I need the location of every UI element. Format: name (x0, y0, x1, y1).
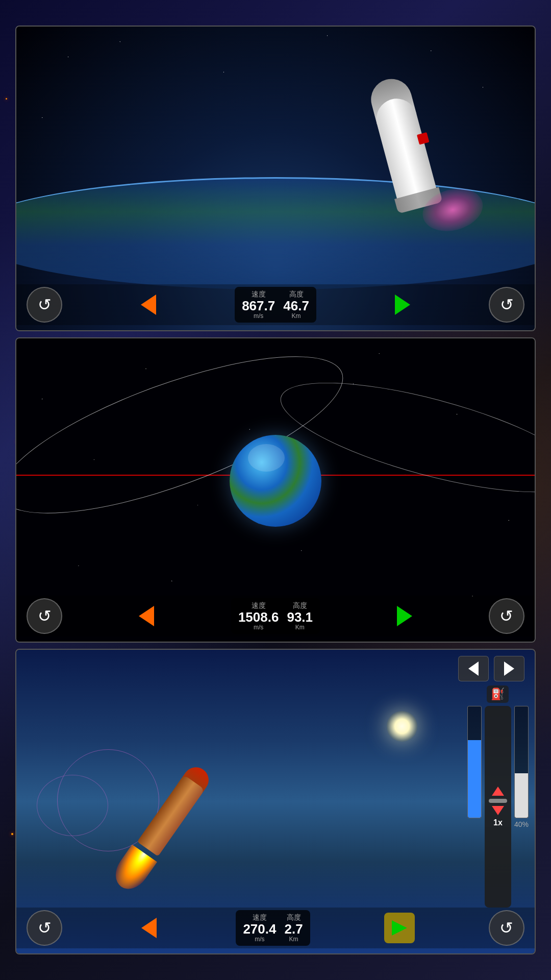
blue-fuel-fill (468, 740, 481, 818)
rocket1-body (372, 94, 438, 203)
panel3-target-circle-inner (37, 775, 108, 836)
panel3-altitude-value: 2.7 (284, 922, 303, 936)
panel1-speed-unit: m/s (254, 312, 263, 320)
panel1-telemetry: 速度 867.7 m/s 高度 46.7 Km (235, 287, 316, 323)
panel-2-orbit-view: ↺ 速度 1508.6 m/s 高度 93.1 Km ↺ (15, 337, 536, 643)
panel3-sun (387, 711, 417, 742)
panel3-arrow-left[interactable] (136, 915, 162, 941)
panel3-telemetry: 速度 270.4 m/s 高度 2.7 Km (236, 910, 310, 946)
panel2-left-arrow-icon (139, 606, 154, 626)
panel3-left-arrow-icon (141, 918, 157, 938)
panel3-nav-left-icon (468, 662, 479, 676)
throttle-position-bar[interactable] (514, 706, 529, 818)
panel2-speed-value: 1508.6 (238, 610, 279, 624)
panel2-speed-unit: m/s (254, 624, 263, 631)
panel1-altitude-label: 高度 (289, 290, 304, 299)
main-container: ↺ 速度 867.7 m/s 高度 46.7 Km ↺ (15, 26, 536, 954)
panel2-altitude-unit: Km (295, 624, 305, 631)
blue-bar-group (467, 706, 482, 908)
panel3-nav-left-button[interactable] (458, 656, 489, 681)
throttle-position-fill (515, 773, 528, 818)
panel2-reset-button[interactable]: ↺ (27, 598, 62, 634)
panel2-control-bar: ↺ 速度 1508.6 m/s 高度 93.1 Km ↺ (16, 596, 535, 636)
panel2-telemetry: 速度 1508.6 m/s 高度 93.1 Km (231, 598, 320, 634)
panel1-left-arrow-icon (141, 295, 156, 315)
panel2-arrow-right[interactable] (392, 603, 417, 629)
panel3-nav-right-icon (504, 662, 514, 676)
throttle-speed-label: 1x (493, 818, 503, 827)
panel-1-space-view: ↺ 速度 867.7 m/s 高度 46.7 Km ↺ (15, 26, 536, 331)
panel3-speed-group: 速度 270.4 m/s (243, 913, 276, 943)
panel3-speed-value: 270.4 (243, 922, 276, 936)
panel1-speed-group: 速度 867.7 m/s (242, 290, 275, 320)
panel2-refresh-button[interactable]: ↺ (489, 598, 524, 634)
panel2-altitude-value: 93.1 (287, 610, 313, 624)
throttle-arrows (492, 787, 504, 796)
panel3-control-bar: ↺ 速度 270.4 m/s 高度 2.7 Km ↺ (16, 908, 535, 948)
panel3-altitude-group: 高度 2.7 Km (284, 913, 303, 943)
blue-fuel-bar (467, 706, 482, 818)
panel2-right-arrow-icon (397, 606, 412, 626)
panel3-launch-icon (392, 920, 407, 936)
panel1-altitude-group: 高度 46.7 Km (283, 290, 309, 320)
panel3-reset-button[interactable]: ↺ (27, 910, 62, 946)
panel1-refresh-button[interactable]: ↺ (489, 287, 524, 323)
panel2-altitude-group: 高度 93.1 Km (287, 601, 313, 631)
panel-3-launch-view: ⛽ 1x (15, 649, 536, 954)
bars-area: 1x 40% (467, 706, 529, 908)
panel3-right-controls: ⛽ 1x (467, 685, 529, 908)
panel1-reset-button[interactable]: ↺ (27, 287, 62, 323)
throttle-control[interactable]: 1x (485, 706, 511, 908)
panel1-altitude-unit: Km (292, 312, 301, 320)
panel1-arrow-right[interactable] (390, 292, 415, 317)
panel3-launch-button[interactable] (384, 913, 415, 943)
panel2-earth-globe (230, 435, 321, 527)
panel2-speed-group: 速度 1508.6 m/s (238, 601, 279, 631)
panel3-refresh-button[interactable]: ↺ (489, 910, 524, 946)
panel1-speed-label: 速度 (252, 290, 266, 299)
panel1-arrow-left[interactable] (136, 292, 161, 317)
white-bar-group: 40% (514, 706, 529, 908)
throttle-disk (489, 799, 507, 803)
fuel-percent-label: 40% (514, 820, 529, 828)
fuel-icon: ⛽ (487, 685, 509, 703)
throttle-down-icon (492, 806, 504, 815)
panel3-nav-right-button[interactable] (494, 656, 524, 681)
panel1-control-bar: ↺ 速度 867.7 m/s 高度 46.7 Km ↺ (16, 284, 535, 325)
panel3-nav-buttons (458, 656, 524, 681)
panel3-altitude-unit: Km (289, 936, 298, 943)
panel3-speed-unit: m/s (255, 936, 264, 943)
throttle-up-icon (492, 787, 504, 796)
panel1-altitude-value: 46.7 (283, 299, 309, 312)
rocket1-window (417, 132, 429, 144)
panel1-right-arrow-icon (395, 295, 410, 315)
panel1-speed-value: 867.7 (242, 299, 275, 312)
panel2-arrow-left[interactable] (134, 603, 159, 629)
